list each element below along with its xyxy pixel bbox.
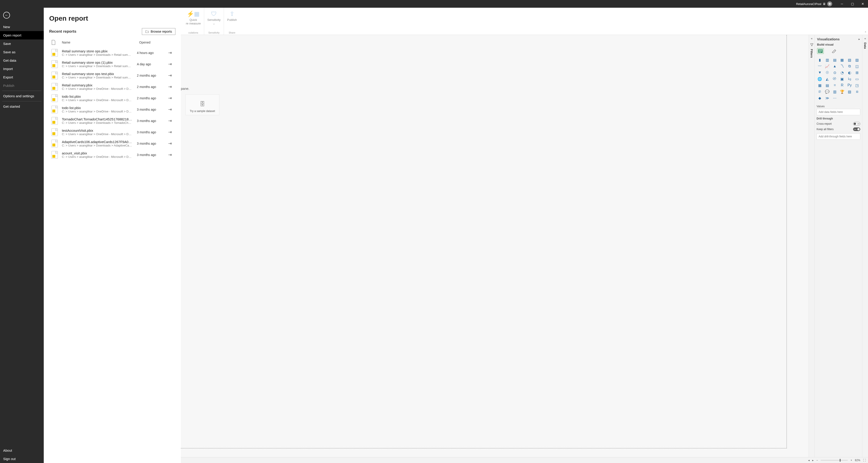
filemenu-save-as[interactable]: Save as	[0, 48, 44, 56]
recent-report-row[interactable]: todo list.pbixC: > Users > asanglikar > …	[49, 104, 176, 115]
viz-type-button[interactable]: ⊞	[854, 70, 860, 75]
filemenu-get-started[interactable]: Get started	[0, 102, 44, 111]
pin-button[interactable]	[168, 85, 175, 88]
zoom-in-button[interactable]: +	[850, 459, 852, 462]
viz-type-button[interactable]: ◆	[816, 95, 823, 101]
pin-button[interactable]	[168, 63, 175, 66]
viz-type-button[interactable]: ⌗	[832, 83, 838, 88]
filemenu-sign-out[interactable]: Sign out	[0, 455, 44, 463]
filemenu-new[interactable]: New	[0, 23, 44, 31]
title-bar: RetailAuroraCIPool 🖥 ─ ▢ ✕	[0, 0, 868, 8]
zoom-out-button[interactable]: −	[816, 459, 818, 462]
drillthrough-dropzone[interactable]: Add drill-through fields here	[816, 133, 860, 140]
viz-type-button[interactable]: 〽	[839, 63, 845, 69]
viz-type-button[interactable]: 〰	[816, 63, 823, 69]
user-account[interactable]: RetailAuroraCIPool 🖥	[796, 1, 832, 6]
viz-type-button[interactable]: 📈	[824, 63, 831, 69]
viz-type-button[interactable]: 〄	[832, 76, 838, 82]
viz-type-button[interactable]: ⧉	[846, 63, 853, 69]
filemenu-save[interactable]: Save	[0, 39, 44, 48]
viz-type-button[interactable]: ▦	[816, 83, 823, 88]
pin-button[interactable]	[168, 108, 175, 111]
viz-type-button[interactable]: Py	[846, 83, 853, 88]
page-nav-prev[interactable]: ◂	[808, 459, 809, 462]
close-button[interactable]: ✕	[858, 0, 868, 8]
recent-report-row[interactable]: TornadoChart.TornadoChart1452517688218.2…	[49, 115, 176, 126]
viz-type-button[interactable]: ▣	[839, 76, 845, 82]
recent-report-row[interactable]: Retail summary store ops.pbixC: > Users …	[49, 47, 176, 58]
viz-type-button[interactable]: ▲	[832, 63, 838, 69]
zoom-slider[interactable]	[820, 460, 848, 461]
values-dropzone[interactable]: Add data fields here	[816, 109, 860, 115]
pin-button[interactable]	[168, 119, 175, 122]
report-canvas[interactable]: pane. 🗄 Try a sample dataset	[181, 35, 809, 463]
pin-button[interactable]	[168, 74, 175, 77]
collapse-viz-icon[interactable]: »	[858, 37, 860, 41]
cross-report-toggle[interactable]: Off	[853, 122, 860, 125]
maximize-button[interactable]: ▢	[847, 0, 858, 8]
filemenu-open-report[interactable]: Open report	[0, 31, 44, 39]
viz-type-button[interactable]: ◐	[846, 70, 853, 75]
viz-type-button[interactable]: ▥	[824, 57, 831, 63]
viz-type-button[interactable]: ◔	[839, 70, 845, 75]
viz-type-button[interactable]: ◳	[854, 83, 860, 88]
viz-type-button[interactable]: ≫	[824, 95, 831, 101]
fit-to-page-button[interactable]: ⛶	[863, 459, 866, 462]
viz-type-button[interactable]: ⊙	[832, 70, 838, 75]
filemenu-export[interactable]: Export	[0, 73, 44, 81]
viz-type-button[interactable]: ◫	[854, 63, 860, 69]
filemenu-options[interactable]: Options and settings	[0, 92, 44, 100]
build-visual-tab[interactable]	[817, 48, 824, 54]
browse-reports-button[interactable]: Browse reports	[142, 28, 176, 35]
keep-filters-toggle[interactable]: On	[853, 127, 860, 131]
recent-report-row[interactable]: Retail summary store ops (1).pbixC: > Us…	[49, 58, 176, 70]
filemenu-import[interactable]: Import	[0, 65, 44, 73]
viz-type-button[interactable]: ▧	[846, 57, 853, 63]
recent-report-row[interactable]: Retail summary store ops test.pbixC: > U…	[49, 70, 176, 81]
viz-type-button[interactable]: ▦	[839, 57, 845, 63]
pin-button[interactable]	[168, 153, 175, 156]
viz-type-button[interactable]: R	[839, 83, 845, 88]
recent-report-row[interactable]: AdaptiveCards106.adaptiveCards1267F9A029…	[49, 138, 176, 149]
viz-type-button[interactable]: ⦾	[824, 70, 831, 75]
viz-type-button[interactable]: ▮	[816, 57, 823, 63]
data-pane-collapsed[interactable]: « Data	[862, 35, 868, 463]
viz-type-button[interactable]: ⋯	[832, 95, 838, 101]
col-opened-header[interactable]: Opened	[139, 40, 176, 44]
ribbon-quick-measure[interactable]: ⚡▦ Quick re measure culations	[183, 8, 204, 35]
viz-type-button[interactable]: ▼	[816, 70, 823, 75]
page-nav-next[interactable]: ▸	[812, 459, 814, 462]
ribbon-publish[interactable]: ⇪ Publish Share	[224, 8, 240, 35]
sample-dataset-card[interactable]: 🗄 Try a sample dataset	[185, 94, 219, 115]
viz-type-button[interactable]: ▧	[846, 89, 853, 94]
recent-report-row[interactable]: testAccountVisit.pbixC: > Users > asangl…	[49, 126, 176, 138]
viz-type-button[interactable]: ▤	[832, 57, 838, 63]
filemenu-about[interactable]: About	[0, 446, 44, 455]
viz-type-button[interactable]: ▤	[824, 83, 831, 88]
viz-type-button[interactable]: ◭	[824, 76, 831, 82]
viz-type-button[interactable]: 🏆	[839, 89, 845, 94]
pin-button[interactable]	[168, 96, 175, 100]
recent-report-row[interactable]: todo list.pbixC: > Users > asanglikar > …	[49, 92, 176, 104]
pin-button[interactable]	[168, 51, 175, 54]
viz-type-button[interactable]: 💬	[824, 89, 831, 94]
viz-type-button[interactable]: 🌐	[816, 76, 823, 82]
format-visual-tab[interactable]	[831, 48, 837, 54]
pin-button[interactable]	[168, 131, 175, 134]
pin-button[interactable]	[168, 142, 175, 145]
viz-type-button[interactable]: ㎏	[846, 76, 853, 82]
ribbon-collapse-button[interactable]: ⌃	[864, 31, 867, 34]
viz-type-button[interactable]: ▭	[854, 76, 860, 82]
minimize-button[interactable]: ─	[837, 0, 847, 8]
filters-pane-collapsed[interactable]: « ▽ Filters	[809, 35, 814, 463]
recent-report-row[interactable]: Retail summary.pbixC: > Users > asanglik…	[49, 81, 176, 92]
viz-type-button[interactable]: ▥	[832, 89, 838, 94]
back-button[interactable]: ←	[3, 12, 10, 19]
viz-type-button[interactable]: ▨	[854, 57, 860, 63]
viz-type-button[interactable]: ⎚	[816, 89, 823, 94]
viz-type-button[interactable]: ⧈	[854, 89, 860, 94]
recent-report-row[interactable]: acount_visit.pbixC: > Users > asanglikar…	[49, 149, 176, 161]
ribbon-sensitivity[interactable]: 🛡 Sensitivity ⌵ Sensitivity	[204, 8, 224, 35]
col-name-header[interactable]: Name	[62, 40, 135, 44]
filemenu-get-data[interactable]: Get data	[0, 56, 44, 65]
